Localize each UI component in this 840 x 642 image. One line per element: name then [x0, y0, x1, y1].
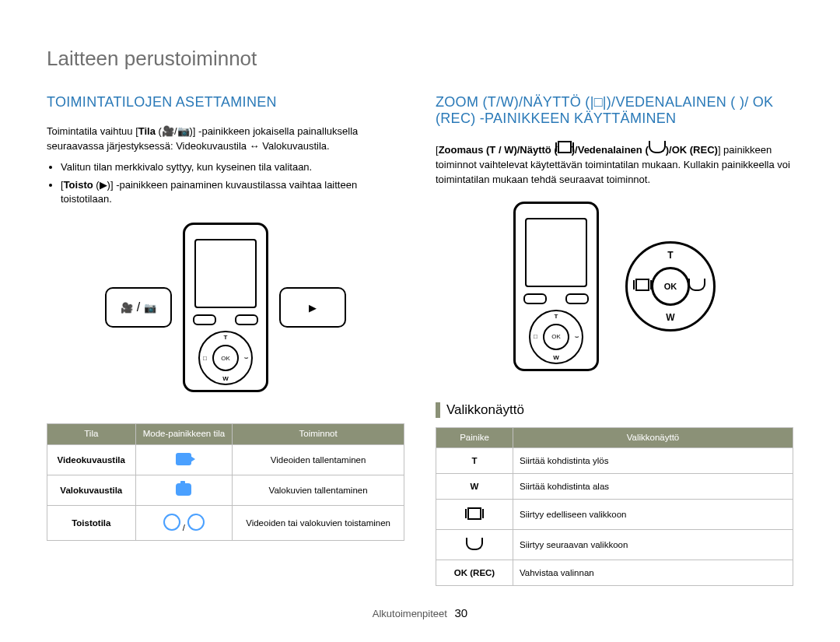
cell-function: Videoiden tallentaminen — [233, 445, 404, 475]
txt: (▶)] -painikkeen painaminen kuvaustilass… — [61, 179, 357, 205]
cell-mode-name: Videokuvaustila — [47, 445, 136, 475]
cell-button: OK (REC) — [436, 560, 513, 586]
cell-button: T — [436, 448, 513, 474]
bullet-item: [Toisto (▶)] -painikkeen painaminen kuva… — [61, 178, 404, 208]
subheading-row: Valikkonäyttö — [436, 402, 793, 418]
cell-button — [436, 500, 513, 530]
bullet-item: Valitun tilan merkkivalo syttyy, kun kys… — [61, 160, 404, 175]
device-front-illustration: OK T W □ ⌣ — [183, 223, 268, 392]
modes-table: Tila Mode-painikkeen tila Toiminnot Vide… — [47, 423, 404, 541]
cell-action: Siirtyy edelliseen valikkoon — [513, 500, 793, 530]
underwater-icon — [466, 538, 483, 550]
left-device-illustration: 🎥 / 📷 OK T W □ ⌣ — [47, 223, 404, 392]
video-icon — [176, 453, 191, 465]
device-button-row — [193, 314, 258, 325]
device-navpad-ok: OK — [543, 324, 569, 350]
page-number: 30 — [455, 606, 468, 619]
device-navpad-ok: OK — [212, 345, 239, 371]
photo-mode-icon: 📷 — [177, 125, 190, 139]
navpad-left-icon: □ — [203, 355, 207, 362]
txt-bold: Zoomaus (T / W)/Näyttö ( — [439, 144, 558, 156]
txt-bold: )/Vedenalainen ( — [572, 144, 649, 156]
display-icon — [558, 141, 572, 153]
menu-display-table: Painike Valikkonäyttö T Siirtää kohdisti… — [436, 427, 793, 587]
cell-mode-icon — [135, 445, 233, 475]
chapter-title: Laitteen perustoiminnot — [47, 47, 793, 71]
photo-mode-icon: 📷 — [144, 302, 156, 314]
navpad-t-label: T — [555, 313, 558, 320]
table-row: W Siirtää kohdistinta alas — [436, 474, 793, 500]
txt: ( — [156, 125, 162, 137]
section-heading-zoom-button: ZOOM (T/W)/NÄYTTÖ (|□|)/VEDENALAINEN ( )… — [436, 94, 793, 127]
navpad-t-label: T — [224, 334, 228, 341]
underwater-icon — [688, 279, 705, 291]
th-mode-button-state: Mode-painikkeen tila — [135, 424, 233, 445]
navpad-display-icon — [635, 279, 649, 293]
txt-bold: Toisto — [64, 179, 93, 191]
video-mode-icon: 🎥 — [121, 302, 133, 314]
display-icon — [635, 279, 649, 291]
device-screen — [194, 239, 257, 308]
right-column: ZOOM (T/W)/NÄYTTÖ (|□|)/VEDENALAINEN ( )… — [436, 94, 793, 586]
subheading-bar — [436, 402, 440, 418]
th-button: Painike — [436, 427, 513, 448]
navpad-t-label: T — [667, 250, 673, 261]
cell-mode-icon: / — [135, 506, 233, 541]
playback-button-callout: ▶ — [279, 287, 346, 328]
device-screen — [525, 218, 587, 287]
navpad-right-icon: ⌣ — [575, 333, 579, 341]
device-pill-button — [565, 293, 589, 304]
cell-action: Siirtää kohdistinta ylös — [513, 448, 793, 474]
cell-mode-name: Toistotila — [47, 506, 136, 541]
cell-mode-icon — [135, 475, 233, 506]
right-device-illustration: OK T W □ ⌣ OK T W — [436, 202, 793, 371]
th-menu-display: Valikkonäyttö — [513, 427, 793, 448]
table-row: T Siirtää kohdistinta ylös — [436, 448, 793, 474]
cell-action: Siirtyy seuraavan valikkoon — [513, 530, 793, 560]
th-functions: Toiminnot — [233, 424, 404, 445]
device-navpad: OK T W □ ⌣ — [529, 310, 583, 364]
device-pill-button — [235, 314, 258, 325]
left-column: TOIMINTATILOJEN ASETTAMINEN Toimintatila… — [47, 94, 404, 586]
cell-button — [436, 530, 513, 560]
txt: Toimintatila vaihtuu [ — [47, 125, 138, 137]
page-footer: Alkutoimenpiteet 30 — [47, 606, 793, 619]
cell-action: Siirtää kohdistinta alas — [513, 474, 793, 500]
txt-bold: Tila — [138, 125, 156, 137]
navpad-enlarged: OK T W — [625, 241, 716, 332]
cell-action: Vahvistaa valinnan — [513, 560, 793, 586]
table-row: OK (REC) Vahvistaa valinnan — [436, 560, 793, 586]
cell-function: Videoiden tai valokuvien toistaminen — [233, 506, 404, 541]
playback-icon: ▶ — [309, 302, 317, 314]
device-pill-button — [523, 293, 547, 304]
navpad-left-icon: □ — [534, 333, 537, 340]
underwater-icon — [649, 141, 666, 153]
navpad-w-label: W — [553, 354, 559, 361]
navpad-right-icon: ⌣ — [244, 354, 248, 362]
table-row: Videokuvaustila Videoiden tallentaminen — [47, 445, 404, 475]
cell-mode-name: Valokuvaustila — [47, 475, 136, 506]
table-row: Valokuvaustila Valokuvien tallentaminen — [47, 475, 404, 506]
device-navpad: OK T W □ ⌣ — [198, 331, 253, 385]
section-heading-modes: TOIMINTATILOJEN ASETTAMINEN — [47, 94, 404, 111]
display-icon — [467, 507, 481, 520]
th-mode: Tila — [47, 424, 136, 445]
navpad-underwater-icon — [688, 279, 705, 293]
left-paragraph-1: Toimintatila vaihtuu [Tila (🎥/📷)] -paini… — [47, 125, 404, 154]
play-icon — [187, 514, 205, 531]
table-row: Siirtyy seuraavan valikkoon — [436, 530, 793, 560]
cell-function: Valokuvien tallentaminen — [233, 475, 404, 506]
table-row: Toistotila / Videoiden tai valokuvien to… — [47, 506, 404, 541]
navpad-w-label: W — [666, 312, 674, 323]
cell-button: W — [436, 474, 513, 500]
mode-button-callout: 🎥 / 📷 — [105, 287, 172, 328]
table-row: Siirtyy edelliseen valikkoon — [436, 500, 793, 530]
subheading-menu-display: Valikkonäyttö — [446, 402, 524, 418]
txt-bold: )/OK (REC) — [666, 144, 718, 156]
footer-section: Alkutoimenpiteet — [373, 608, 447, 619]
photo-icon — [176, 483, 191, 496]
device-front-illustration: OK T W □ ⌣ — [513, 202, 599, 371]
video-mode-icon: 🎥 — [162, 125, 174, 139]
left-bullet-list: Valitun tilan merkkivalo syttyy, kun kys… — [47, 160, 404, 208]
navpad-w-label: W — [222, 375, 229, 382]
